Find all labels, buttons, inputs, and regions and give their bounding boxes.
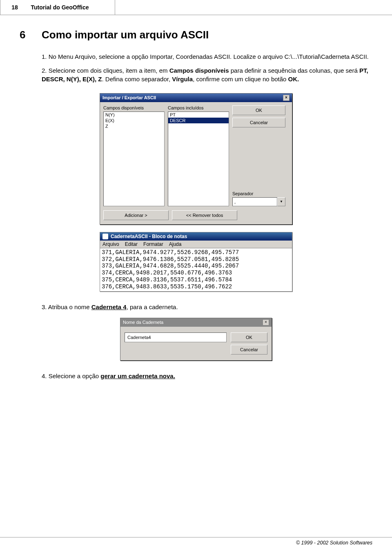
- notepad-window: CadernetaASCII - Bloco de notas Arquivo …: [100, 232, 292, 292]
- page-number: 18: [0, 0, 29, 15]
- dialog-titlebar: Importar / Exportar ASCII ×: [100, 94, 292, 102]
- list-item[interactable]: PT: [168, 112, 229, 118]
- page-footer: © 1999 - 2002 Solution Softwares: [0, 537, 392, 546]
- cancel-button[interactable]: Cancelar: [231, 345, 267, 355]
- section-number: 6: [20, 29, 42, 41]
- caderneta-name-input[interactable]: Caderneta4: [125, 332, 227, 342]
- step-4: 4. Selecione a opção gerar um caderneta …: [42, 372, 372, 380]
- cancel-button[interactable]: Cancelar: [232, 118, 285, 127]
- included-fields-label: Campos incluídos: [168, 105, 229, 110]
- step-1: 1. No Menu Arquivo, selecione a opção Im…: [42, 53, 372, 61]
- list-item[interactable]: N(Y): [104, 112, 164, 118]
- separator-label: Separador: [232, 191, 285, 196]
- doc-title: Tutorial do GeoOffice: [31, 0, 89, 15]
- add-button[interactable]: Adicionar >: [103, 210, 169, 220]
- notepad-icon: [102, 234, 108, 239]
- list-item[interactable]: Z: [104, 123, 164, 129]
- header-rule: [114, 15, 392, 15]
- list-item[interactable]: DESCR: [168, 118, 229, 123]
- menu-item[interactable]: Ajuda: [169, 241, 182, 247]
- menu-item[interactable]: Arquivo: [102, 241, 119, 247]
- copyright: © 1999 - 2002 Solution Softwares: [296, 540, 372, 546]
- separator-value: ,: [232, 197, 277, 206]
- notepad-title: CadernetaASCII - Bloco de notas: [111, 234, 187, 239]
- remove-all-button[interactable]: << Remover todos: [172, 210, 237, 220]
- dialog-titlebar: Nome da Caderneta ×: [120, 318, 272, 327]
- notepad-text[interactable]: 371,GALERIA,9474.9277,5526.9268,495.7577…: [100, 248, 292, 291]
- page-header-tab: 18 Tutorial do GeoOffice: [0, 0, 115, 15]
- included-fields-list[interactable]: PT DESCR: [168, 111, 229, 206]
- available-fields-label: Campos disponíveis: [103, 105, 165, 110]
- ok-button[interactable]: OK: [232, 105, 285, 115]
- menu-item[interactable]: Editar: [125, 241, 138, 247]
- close-icon[interactable]: ×: [263, 319, 269, 326]
- step-2: 2. Selecione com dois cliques, item a it…: [42, 67, 372, 83]
- import-export-dialog: Importar / Exportar ASCII × Campos dispo…: [100, 93, 292, 225]
- list-item[interactable]: E(X): [104, 118, 164, 123]
- chevron-down-icon[interactable]: ▼: [277, 197, 285, 206]
- step-3: 3. Atribua o nome Caderneta 4, para a ca…: [42, 303, 372, 311]
- available-fields-list[interactable]: N(Y) E(X) Z: [103, 111, 165, 206]
- menu-item[interactable]: Formatar: [143, 241, 163, 247]
- section-title: Como importar um arquivo ASCII: [42, 29, 209, 41]
- notepad-menubar: Arquivo Editar Formatar Ajuda: [100, 241, 292, 248]
- dialog-title: Importar / Exportar ASCII: [102, 95, 156, 100]
- dialog-title: Nome da Caderneta: [123, 320, 163, 325]
- ok-button[interactable]: OK: [231, 332, 267, 342]
- notepad-titlebar: CadernetaASCII - Bloco de notas: [100, 232, 292, 241]
- close-icon[interactable]: ×: [283, 95, 290, 101]
- separator-select[interactable]: , ▼: [232, 197, 285, 206]
- caderneta-name-dialog: Nome da Caderneta × Caderneta4 OK Cancel…: [120, 318, 272, 361]
